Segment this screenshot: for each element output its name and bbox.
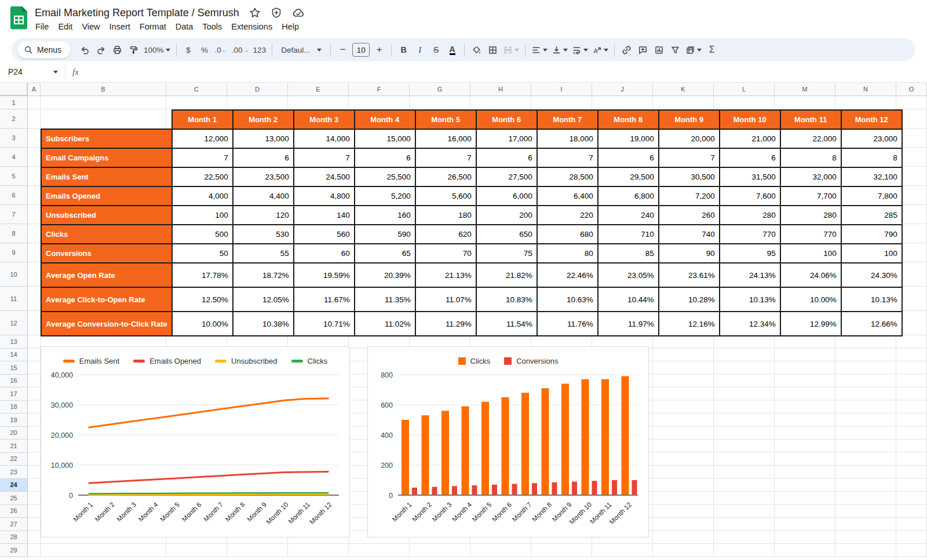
cell[interactable]: 200 xyxy=(476,206,537,225)
cell[interactable]: 75 xyxy=(476,244,537,263)
row-header-18[interactable]: 18 xyxy=(0,401,28,414)
cell[interactable]: 7 xyxy=(537,148,598,167)
cell[interactable]: 10.00% xyxy=(780,287,841,312)
cell[interactable]: 10.00% xyxy=(172,312,233,336)
cell[interactable]: 18.72% xyxy=(233,263,294,287)
cell[interactable]: 60 xyxy=(294,244,355,263)
cell[interactable]: 10.44% xyxy=(598,287,659,312)
cell[interactable]: 15,000 xyxy=(355,129,415,148)
cell[interactable]: 21.13% xyxy=(415,263,476,287)
cell[interactable]: 7,800 xyxy=(841,186,902,206)
cell[interactable]: 11.02% xyxy=(355,312,415,336)
cell[interactable]: 285 xyxy=(841,206,902,225)
more-formats-button[interactable]: 123 xyxy=(251,42,268,58)
column-header-D[interactable]: D xyxy=(227,83,288,96)
row-header-22[interactable]: 22 xyxy=(0,453,28,466)
functions-button[interactable]: Σ xyxy=(704,42,720,58)
cell[interactable]: 26,500 xyxy=(415,167,476,186)
cell[interactable]: 710 xyxy=(598,225,659,244)
table-views-button[interactable] xyxy=(684,42,703,58)
format-currency-button[interactable]: $ xyxy=(181,42,196,58)
cell[interactable]: 6 xyxy=(476,148,537,167)
menu-file[interactable]: File xyxy=(31,21,53,32)
cell[interactable]: 280 xyxy=(780,206,841,225)
menu-view[interactable]: View xyxy=(77,21,104,32)
column-header-G[interactable]: G xyxy=(410,83,470,96)
column-header-K[interactable]: K xyxy=(653,83,714,96)
sheets-logo-icon[interactable] xyxy=(10,6,27,30)
cells-area[interactable]: Month 1Month 2Month 3Month 4Month 5Month… xyxy=(28,96,927,557)
column-header-F[interactable]: F xyxy=(349,83,410,96)
month-header-6[interactable]: Month 6 xyxy=(476,110,537,129)
row-header-26[interactable]: 26 xyxy=(0,505,28,518)
cell[interactable]: 11.54% xyxy=(476,312,537,336)
menu-format[interactable]: Format xyxy=(135,21,171,32)
row-header-6[interactable]: 6 xyxy=(0,186,28,205)
month-header-9[interactable]: Month 9 xyxy=(659,110,720,129)
cell[interactable]: 22.46% xyxy=(537,263,598,287)
cell[interactable]: 12.05% xyxy=(233,287,294,312)
cell[interactable]: 160 xyxy=(355,206,415,225)
row-label[interactable]: Email Campaigns xyxy=(41,148,172,167)
row-header-14[interactable]: 14 xyxy=(0,349,28,362)
cell[interactable]: 8 xyxy=(780,148,841,167)
cell[interactable]: 6,800 xyxy=(598,186,659,206)
menu-insert[interactable]: Insert xyxy=(105,21,135,32)
undo-button[interactable] xyxy=(77,42,93,58)
cell[interactable]: 500 xyxy=(172,225,233,244)
column-header-J[interactable]: J xyxy=(592,83,653,96)
cell[interactable]: 11.29% xyxy=(415,312,476,336)
cell[interactable]: 24.06% xyxy=(780,263,841,287)
cell[interactable]: 10.13% xyxy=(841,287,902,312)
row-header-28[interactable]: 28 xyxy=(0,531,28,544)
cell[interactable]: 8 xyxy=(841,148,902,167)
cell[interactable]: 7 xyxy=(294,148,355,167)
cell[interactable]: 6,000 xyxy=(476,186,537,206)
cell[interactable]: 240 xyxy=(598,206,659,225)
cell[interactable]: 28,500 xyxy=(537,167,598,186)
cell[interactable]: 100 xyxy=(172,206,233,225)
cell[interactable]: 23,500 xyxy=(233,167,294,186)
cell[interactable]: 140 xyxy=(294,206,355,225)
text-color-button[interactable]: A xyxy=(444,42,460,58)
row-header-17[interactable]: 17 xyxy=(0,387,28,401)
cell[interactable]: 7,700 xyxy=(780,186,841,206)
cell[interactable]: 85 xyxy=(598,244,659,263)
cell[interactable]: 95 xyxy=(720,244,780,263)
cell[interactable]: 10.38% xyxy=(233,312,294,336)
column-header-A[interactable]: A xyxy=(28,83,41,96)
cell[interactable]: 80 xyxy=(537,244,598,263)
row-header-27[interactable]: 27 xyxy=(0,518,28,531)
cell[interactable]: 100 xyxy=(780,244,841,263)
row-header-2[interactable]: 2 xyxy=(0,109,28,129)
cell[interactable]: 30,500 xyxy=(659,167,720,186)
month-header-4[interactable]: Month 4 xyxy=(355,110,415,129)
cell[interactable]: 10.13% xyxy=(720,287,780,312)
cell[interactable]: 11.07% xyxy=(415,287,476,312)
cloud-saved-icon[interactable] xyxy=(292,7,305,19)
row-header-7[interactable]: 7 xyxy=(0,205,28,224)
row-header-3[interactable]: 3 xyxy=(0,129,28,148)
cell[interactable]: 4,800 xyxy=(294,186,355,206)
document-title[interactable]: Email Marketing Report Template / Semrus… xyxy=(35,7,239,19)
month-header-2[interactable]: Month 2 xyxy=(233,110,294,129)
row-header-19[interactable]: 19 xyxy=(0,413,28,427)
row-header-5[interactable]: 5 xyxy=(0,167,28,186)
menu-tools[interactable]: Tools xyxy=(198,21,227,32)
cell[interactable]: 17,000 xyxy=(476,129,537,148)
cell[interactable]: 10.28% xyxy=(659,287,720,312)
decrease-font-size-button[interactable]: − xyxy=(335,42,351,58)
month-header-8[interactable]: Month 8 xyxy=(598,110,659,129)
text-wrap-button[interactable] xyxy=(570,42,590,58)
increase-decimal-button[interactable]: .00→ xyxy=(230,42,251,58)
cell[interactable]: 90 xyxy=(659,244,720,263)
cell[interactable]: 12.16% xyxy=(659,312,720,336)
redo-button[interactable] xyxy=(93,42,109,58)
cell[interactable]: 18,000 xyxy=(537,129,598,148)
cell[interactable]: 5,600 xyxy=(415,186,476,206)
row-label[interactable]: Subscribers xyxy=(41,129,172,148)
fill-color-button[interactable] xyxy=(469,42,484,58)
cell[interactable]: 7,200 xyxy=(659,186,720,206)
cell[interactable]: 27,500 xyxy=(476,167,537,186)
cell[interactable]: 24.13% xyxy=(720,263,780,287)
